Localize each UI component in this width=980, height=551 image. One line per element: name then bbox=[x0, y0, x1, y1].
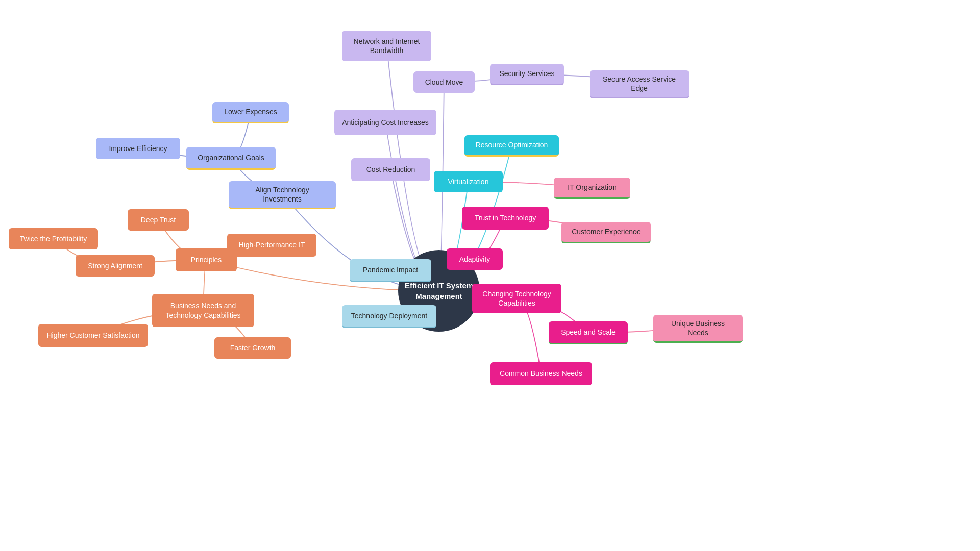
secure-access-node: Secure Access Service Edge bbox=[590, 70, 689, 98]
unique-business-node: Unique Business Needs bbox=[653, 315, 743, 343]
common-business-node: Common Business Needs bbox=[490, 362, 592, 385]
improve-efficiency-node: Improve Efficiency bbox=[96, 138, 180, 159]
adaptivity-node: Adaptivity bbox=[447, 248, 503, 270]
it-organization-node: IT Organization bbox=[554, 178, 630, 199]
align-tech-node: Align Technology Investments bbox=[229, 181, 336, 209]
faster-growth-node: Faster Growth bbox=[214, 337, 291, 359]
cost-reduction-node: Cost Reduction bbox=[351, 158, 430, 181]
higher-customer-node: Higher Customer Satisfaction bbox=[38, 324, 148, 347]
security-services-node: Security Services bbox=[490, 64, 564, 85]
virtualization-node: Virtualization bbox=[434, 171, 503, 192]
speed-scale-node: Speed and Scale bbox=[549, 321, 628, 344]
anticipating-cost-node: Anticipating Cost Increases bbox=[334, 110, 436, 135]
network-bandwidth-node: Network and Internet Bandwidth bbox=[342, 31, 431, 61]
resource-opt-node: Resource Optimization bbox=[464, 135, 559, 157]
high-performance-node: High-Performance IT bbox=[227, 234, 316, 257]
customer-experience-node: Customer Experience bbox=[561, 222, 651, 243]
nodes-container: Efficient IT System ManagementNetwork an… bbox=[0, 0, 980, 551]
twice-profitability-node: Twice the Profitability bbox=[9, 228, 98, 249]
lower-expenses-node: Lower Expenses bbox=[212, 102, 289, 123]
strong-alignment-node: Strong Alignment bbox=[76, 255, 155, 277]
pandemic-impact-node: Pandemic Impact bbox=[350, 259, 431, 282]
cloud-move-node: Cloud Move bbox=[413, 71, 475, 93]
org-goals-node: Organizational Goals bbox=[186, 147, 276, 170]
tech-deployment-node: Technology Deployment bbox=[342, 305, 436, 328]
deep-trust-node: Deep Trust bbox=[128, 209, 189, 231]
business-needs-tech-node: Business Needs and Technology Capabiliti… bbox=[152, 294, 254, 327]
changing-tech-node: Changing Technology Capabilities bbox=[472, 284, 561, 313]
trust-technology-node: Trust in Technology bbox=[462, 207, 549, 230]
